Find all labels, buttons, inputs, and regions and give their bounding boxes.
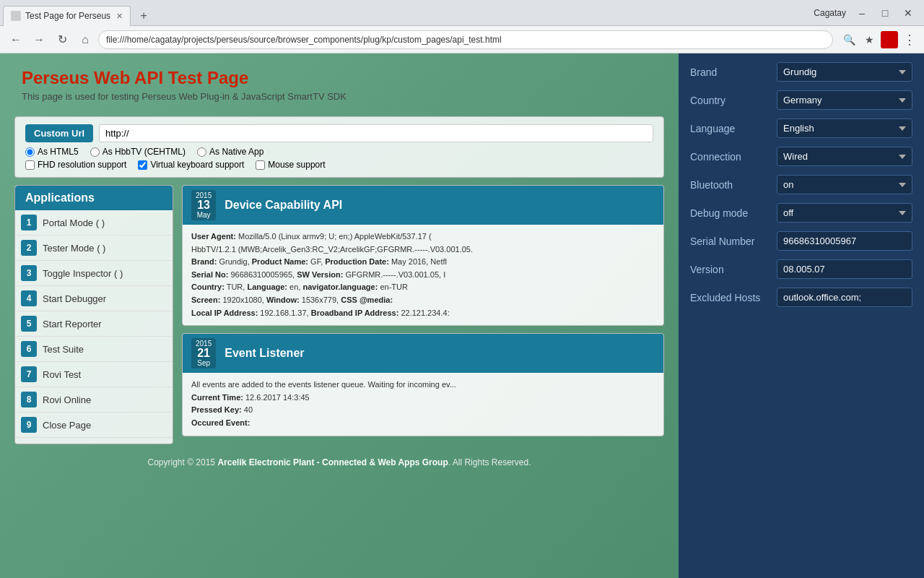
event-header-capability: 2015 13 May Device Capability API [183, 186, 663, 225]
browser-tab[interactable]: Test Page for Perseus ✕ [3, 6, 131, 26]
app-number: 1 [21, 215, 37, 230]
app-item[interactable]: 2Tester Mode ( ) [15, 236, 173, 261]
app-label: Start Reporter [43, 319, 102, 329]
new-tab-button[interactable]: + [134, 6, 154, 26]
setting-select-connection[interactable]: WiredWirelessNone [777, 147, 912, 166]
setting-select-bluetooth[interactable]: onoff [777, 175, 912, 194]
event-title-capability: Device Capability API [225, 199, 342, 212]
window-chrome: Test Page for Perseus ✕ + Cagatay – □ ✕ [0, 0, 924, 26]
event-body-listener: All events are added to the events liste… [183, 373, 663, 435]
setting-input-version[interactable] [777, 259, 912, 279]
page-header: Perseus Web API Test Page This page is u… [0, 53, 679, 109]
window-controls: – □ ✕ [852, 5, 924, 21]
settings-panel: BrandGrundigArcelikBekoOtherCountryGerma… [679, 53, 924, 578]
search-icon[interactable]: 🔍 [840, 31, 858, 48]
device-capability-card: 2015 13 May Device Capability API User A… [182, 185, 664, 326]
app-number: 7 [21, 366, 37, 382]
address-bar: ← → ↻ ⌂ file:///home/cagatay/projects/pe… [0, 26, 924, 53]
app-item[interactable]: 1Portal Mode ( ) [15, 210, 173, 236]
checkbox-mouse[interactable]: Mouse support [256, 160, 325, 170]
custom-url-section: Custom Url As HTML5 As HbbTV (CEHTML) As… [14, 116, 664, 178]
forward-button[interactable]: → [29, 30, 49, 50]
setting-label: Brand [690, 66, 770, 78]
setting-select-language[interactable]: EnglishGermanTurkishFrench [777, 118, 912, 138]
extension-icon[interactable] [881, 31, 898, 48]
app-number: 6 [21, 341, 37, 357]
maximize-button[interactable]: □ [875, 5, 895, 21]
setting-row-debug-mode: Debug modeoffon [690, 203, 912, 223]
page-title: Perseus Web API Test Page [22, 68, 657, 88]
tab-close-button[interactable]: ✕ [116, 12, 123, 21]
close-button[interactable]: ✕ [898, 5, 918, 21]
bookmark-icon[interactable]: ★ [860, 31, 878, 48]
setting-label: Country [690, 95, 770, 106]
footer-company: Arcelik Electronic Plant - Connected & W… [217, 457, 448, 467]
setting-label: Connection [690, 151, 770, 163]
setting-label: Bluetooth [690, 179, 770, 191]
main-content: Perseus Web API Test Page This page is u… [0, 53, 924, 578]
event-title-listener: Event Listener [225, 347, 304, 360]
setting-row-brand: BrandGrundigArcelikBekoOther [690, 62, 912, 82]
setting-row-excluded-hosts: Excluded Hosts [690, 288, 912, 307]
app-item[interactable]: 6Test Suite [15, 337, 173, 362]
setting-select-country[interactable]: GermanyTurkeyUKFrance [777, 90, 912, 110]
setting-row-serial-number: Serial Number [690, 231, 912, 251]
custom-url-input[interactable] [99, 124, 653, 142]
checkbox-row: FHD resolution support Virtual keyboard … [25, 160, 653, 170]
event-date-capability: 2015 13 May [191, 190, 216, 220]
custom-url-button[interactable]: Custom Url [25, 124, 93, 142]
setting-row-version: Version [690, 259, 912, 279]
home-button[interactable]: ⌂ [75, 30, 95, 50]
tab-bar: Test Page for Perseus ✕ + Cagatay [0, 0, 852, 25]
profile-label: Cagatay [808, 8, 852, 18]
address-icons: 🔍 ★ ⋮ [836, 31, 918, 48]
tab-title: Test Page for Perseus [25, 11, 110, 21]
applications-panel: Applications 1Portal Mode ( )2Tester Mod… [14, 185, 173, 444]
minimize-button[interactable]: – [852, 5, 872, 21]
app-label: Toggle Inspector ( ) [43, 268, 123, 279]
footer-text: Copyright © 2015 Arcelik Electronic Plan… [147, 457, 531, 467]
app-item[interactable]: 4Start Debugger [15, 286, 173, 311]
settings-rows: BrandGrundigArcelikBekoOtherCountryGerma… [690, 62, 912, 307]
checkbox-keyboard[interactable]: Virtual keyboard support [138, 160, 244, 170]
setting-label: Debug mode [690, 207, 770, 219]
app-items-list: 1Portal Mode ( )2Tester Mode ( )3Toggle … [15, 210, 173, 438]
refresh-button[interactable]: ↻ [52, 30, 72, 50]
setting-select-debug-mode[interactable]: offon [777, 203, 912, 223]
back-button[interactable]: ← [6, 30, 26, 50]
app-label: Rovi Test [43, 369, 81, 380]
setting-input-serial-number[interactable] [777, 231, 912, 251]
setting-label: Excluded Hosts [690, 292, 770, 303]
app-number: 8 [21, 392, 37, 407]
page-subtitle: This page is used for testing Perseus We… [22, 91, 657, 102]
events-panel: 2015 13 May Device Capability API User A… [182, 185, 664, 444]
setting-label: Serial Number [690, 236, 770, 247]
event-listener-card: 2015 21 Sep Event Listener All events ar… [182, 333, 664, 436]
page-area: Perseus Web API Test Page This page is u… [0, 53, 679, 578]
app-item[interactable]: 7Rovi Test [15, 362, 173, 387]
radio-html5[interactable]: As HTML5 [25, 147, 79, 157]
app-item[interactable]: 8Rovi Online [15, 387, 173, 413]
radio-hbbtv[interactable]: As HbbTV (CEHTML) [90, 147, 186, 157]
app-item[interactable]: 5Start Reporter [15, 311, 173, 337]
setting-input-excluded-hosts[interactable] [777, 288, 912, 307]
app-label: Close Page [43, 420, 91, 431]
menu-icon[interactable]: ⋮ [901, 31, 918, 48]
checkbox-fhd[interactable]: FHD resolution support [25, 160, 126, 170]
url-text: file:///home/cagatay/projects/perseus/so… [106, 35, 502, 45]
setting-label: Language [690, 123, 770, 134]
setting-select-brand[interactable]: GrundigArcelikBekoOther [777, 62, 912, 82]
radio-native[interactable]: As Native App [197, 147, 263, 157]
setting-row-bluetooth: Bluetoothonoff [690, 175, 912, 194]
setting-label: Version [690, 264, 770, 275]
app-number: 4 [21, 290, 37, 306]
tab-favicon [11, 11, 21, 21]
app-item[interactable]: 3Toggle Inspector ( ) [15, 261, 173, 286]
app-label: Portal Mode ( ) [43, 217, 105, 228]
app-label: Rovi Online [43, 394, 91, 405]
app-label: Tester Mode ( ) [43, 243, 105, 254]
app-number: 9 [21, 417, 37, 433]
url-bar[interactable]: file:///home/cagatay/projects/perseus/so… [98, 30, 833, 49]
app-item[interactable]: 9Close Page [15, 413, 173, 438]
app-number: 3 [21, 265, 37, 281]
